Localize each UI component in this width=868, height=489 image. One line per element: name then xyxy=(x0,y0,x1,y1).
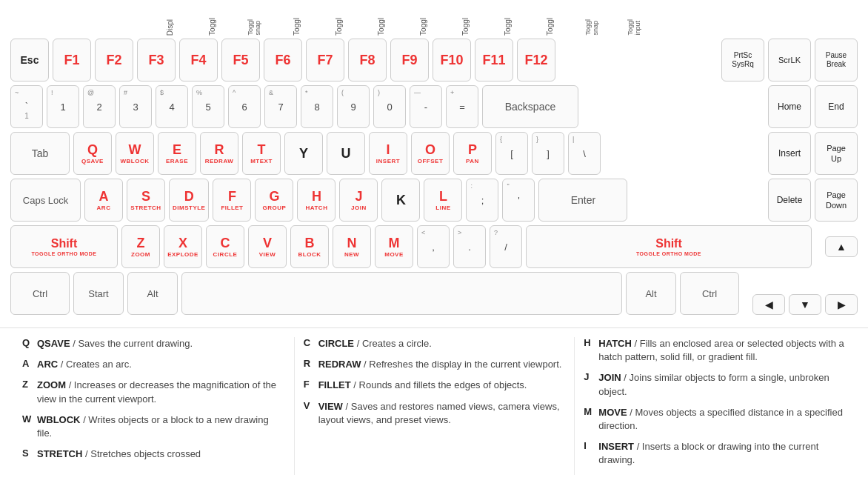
key-f2[interactable]: F2 xyxy=(95,39,133,82)
key-u[interactable]: U xyxy=(327,132,365,175)
f4-label: Toggl xyxy=(276,18,318,36)
keyboard-wrapper: Displ Toggl Togglsnap Toggl Toggl Toggl … xyxy=(0,0,868,325)
key-start[interactable]: Start xyxy=(73,272,124,315)
legend-r: R REDRAW / Refreshes the display in the … xyxy=(304,358,566,371)
key-rbracket[interactable]: } ] xyxy=(532,132,564,175)
key-n[interactable]: N NEW xyxy=(333,225,371,268)
key-pageup[interactable]: PageUp xyxy=(815,132,858,175)
key-6[interactable]: ^ 6 xyxy=(228,85,261,128)
key-f11[interactable]: F11 xyxy=(475,39,513,82)
key-comma[interactable]: < , xyxy=(417,225,450,268)
key-8[interactable]: * 8 xyxy=(301,85,333,128)
key-m[interactable]: M MOVE xyxy=(375,225,413,268)
key-slash[interactable]: ? / xyxy=(490,225,522,268)
key-1[interactable]: ! 1 xyxy=(47,85,79,128)
key-pagedown[interactable]: PageDown xyxy=(815,179,858,222)
key-c[interactable]: C CIRCLE xyxy=(206,225,244,268)
key-l[interactable]: L LINE xyxy=(424,179,462,222)
key-space[interactable] xyxy=(181,272,622,315)
key-right-ctrl[interactable]: Ctrl xyxy=(680,272,739,315)
key-i[interactable]: I INSERT xyxy=(369,132,407,175)
key-minus[interactable]: — - xyxy=(410,85,442,128)
key-s[interactable]: S STRETCH xyxy=(127,179,165,222)
key-e[interactable]: E ERASE xyxy=(158,132,196,175)
key-enter[interactable]: Enter xyxy=(538,179,627,222)
legend-j: J JOIN / Joins similar objects to form a… xyxy=(584,371,846,398)
legend-col-1: Q QSAVE / Saves the current drawing. A A… xyxy=(13,337,294,475)
f7-label: Toggl xyxy=(402,18,444,36)
key-esc[interactable]: Esc xyxy=(10,39,49,82)
key-arrow-down[interactable]: ▼ xyxy=(789,294,821,315)
key-period[interactable]: > . xyxy=(453,225,486,268)
key-right-alt[interactable]: Alt xyxy=(626,272,676,315)
key-pause[interactable]: PauseBreak xyxy=(815,39,858,82)
key-capslock[interactable]: Caps Lock xyxy=(10,179,81,222)
key-k[interactable]: K xyxy=(381,179,420,222)
f8-label: Toggl xyxy=(444,18,487,36)
key-equals[interactable]: + = xyxy=(446,85,478,128)
key-2[interactable]: @ 2 xyxy=(83,85,116,128)
key-end[interactable]: End xyxy=(815,85,858,128)
key-9[interactable]: ( 9 xyxy=(337,85,370,128)
key-insert[interactable]: Insert xyxy=(768,132,811,175)
key-f[interactable]: F FILLET xyxy=(213,179,251,222)
key-delete[interactable]: Delete xyxy=(768,179,811,222)
key-f6[interactable]: F6 xyxy=(264,39,302,82)
key-f12[interactable]: F12 xyxy=(517,39,555,82)
f6-label: Toggl xyxy=(360,18,402,36)
key-z[interactable]: Z ZOOM xyxy=(121,225,160,268)
key-backtick[interactable]: ~ ` 1 xyxy=(10,85,43,128)
key-f10[interactable]: F10 xyxy=(433,39,471,82)
key-f8[interactable]: F8 xyxy=(348,39,387,82)
key-arrow-right[interactable]: ▶ xyxy=(825,294,858,315)
key-apostrophe[interactable]: " ' xyxy=(502,179,535,222)
key-4[interactable]: $ 4 xyxy=(156,85,188,128)
key-v[interactable]: V VIEW xyxy=(248,225,287,268)
key-a[interactable]: A ARC xyxy=(84,179,123,222)
legend-i: I INSERT / Inserts a block or drawing in… xyxy=(584,440,846,467)
key-f5[interactable]: F5 xyxy=(221,39,260,82)
key-0[interactable]: ) 0 xyxy=(373,85,406,128)
key-lbracket[interactable]: { [ xyxy=(495,132,528,175)
key-arrow-left[interactable]: ◀ xyxy=(752,294,785,315)
key-prtsc[interactable]: PrtScSysRq xyxy=(721,39,764,82)
key-o[interactable]: O OFFSET xyxy=(411,132,450,175)
key-d[interactable]: D DIMSTYLE xyxy=(169,179,209,222)
key-p[interactable]: P PAN xyxy=(453,132,492,175)
key-semicolon[interactable]: : ; xyxy=(466,179,498,222)
f9-label: Toggl xyxy=(487,18,529,36)
key-w[interactable]: W WBLOCK xyxy=(116,132,154,175)
f1-label: Displ xyxy=(149,19,191,36)
key-5[interactable]: % 5 xyxy=(192,85,224,128)
key-left-alt[interactable]: Alt xyxy=(127,272,178,315)
legend-w: W WBLOCK / Writes objects or a block to … xyxy=(22,413,285,440)
key-home[interactable]: Home xyxy=(768,85,811,128)
key-g[interactable]: G GROUP xyxy=(255,179,293,222)
key-left-shift[interactable]: Shift TOGGLE ORTHO MODE xyxy=(10,225,118,268)
key-scrlk[interactable]: ScrLK xyxy=(768,39,811,82)
legend-s: S STRETCH / Stretches objects crossed xyxy=(22,448,285,461)
key-q[interactable]: Q QSAVE xyxy=(73,132,112,175)
key-f3[interactable]: F3 xyxy=(137,39,176,82)
key-h[interactable]: H HATCH xyxy=(297,179,335,222)
key-backslash[interactable]: | \ xyxy=(568,132,601,175)
key-3[interactable]: # 3 xyxy=(119,85,152,128)
key-f9[interactable]: F9 xyxy=(390,39,429,82)
key-r[interactable]: R REDRAW xyxy=(200,132,238,175)
legend-m: M MOVE / Moves objects a specified dista… xyxy=(584,406,846,433)
number-row: ~ ` 1 ! 1 @ 2 # 3 $ 4 % 5 ^ 6 & 7 xyxy=(10,85,858,128)
key-tab[interactable]: Tab xyxy=(10,132,70,175)
key-f1[interactable]: F1 xyxy=(53,39,91,82)
key-7[interactable]: & 7 xyxy=(264,85,297,128)
key-arrow-up[interactable]: ▲ xyxy=(825,236,858,257)
key-t[interactable]: T MTEXT xyxy=(242,132,281,175)
key-b[interactable]: B BLOCK xyxy=(290,225,329,268)
key-left-ctrl[interactable]: Ctrl xyxy=(10,272,70,315)
key-j[interactable]: J JOIN xyxy=(339,179,378,222)
key-y[interactable]: Y xyxy=(284,132,323,175)
key-x[interactable]: X EXPLODE xyxy=(164,225,202,268)
key-f4[interactable]: F4 xyxy=(179,39,218,82)
key-backspace[interactable]: Backspace xyxy=(482,85,578,128)
key-f7[interactable]: F7 xyxy=(306,39,344,82)
key-right-shift[interactable]: Shift TOGGLE ORTHO MODE xyxy=(526,225,812,268)
